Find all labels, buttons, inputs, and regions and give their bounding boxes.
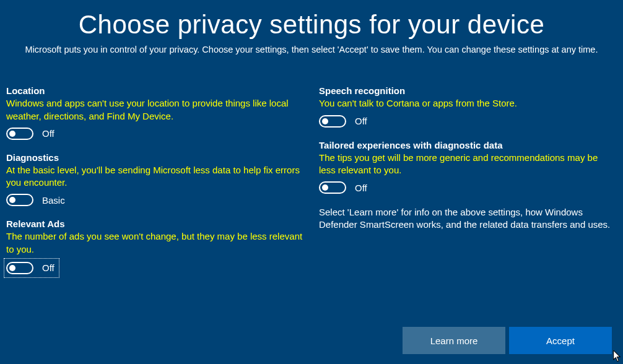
setting-desc-location: Windows and apps can't use your location… xyxy=(6,97,304,123)
toggle-row-diagnostics: Basic xyxy=(6,194,304,206)
cursor-icon xyxy=(613,350,622,363)
setting-desc-tailored: The tips you get will be more generic an… xyxy=(319,152,617,177)
toggle-knob xyxy=(9,197,15,203)
settings-column-left: Location Windows and apps can't use your… xyxy=(6,85,304,289)
toggle-knob xyxy=(322,184,328,191)
page-title: Choose privacy settings for your device xyxy=(0,0,623,40)
toggle-diagnostics[interactable] xyxy=(6,194,33,206)
toggle-knob xyxy=(9,131,15,137)
setting-title-location: Location xyxy=(6,85,304,96)
toggle-label-tailored: Off xyxy=(355,183,367,193)
setting-desc-diagnostics: At the basic level, you'll be sending Mi… xyxy=(6,164,304,189)
setting-title-relevant-ads: Relevant Ads xyxy=(6,219,304,229)
page-subtitle: Microsoft puts you in control of your pr… xyxy=(0,43,623,56)
toggle-row-tailored: Off xyxy=(319,181,617,194)
setting-title-diagnostics: Diagnostics xyxy=(6,152,304,163)
toggle-knob xyxy=(322,118,328,124)
accept-button[interactable]: Accept xyxy=(509,327,612,354)
toggle-location[interactable] xyxy=(6,128,33,140)
setting-relevant-ads: Relevant Ads The number of ads you see w… xyxy=(6,219,304,277)
toggle-label-diagnostics: Basic xyxy=(42,195,65,206)
toggle-knob xyxy=(9,265,15,271)
settings-grid: Location Windows and apps can't use your… xyxy=(0,56,623,289)
toggle-speech[interactable] xyxy=(319,115,346,128)
toggle-row-relevant-ads: Off xyxy=(6,261,57,275)
settings-column-right: Speech recognition You can't talk to Cor… xyxy=(319,85,617,289)
toggle-row-location: Off xyxy=(6,128,304,140)
button-bar: Learn more Accept xyxy=(403,327,612,354)
toggle-row-speech: Off xyxy=(319,115,617,128)
learn-more-button[interactable]: Learn more xyxy=(403,327,505,354)
toggle-label-relevant-ads: Off xyxy=(42,262,54,273)
setting-location: Location Windows and apps can't use your… xyxy=(6,85,304,140)
setting-diagnostics: Diagnostics At the basic level, you'll b… xyxy=(6,152,304,207)
setting-tailored: Tailored experiences with diagnostic dat… xyxy=(319,140,617,194)
setting-desc-relevant-ads: The number of ads you see won't change, … xyxy=(6,230,304,256)
info-text: Select 'Learn more' for info on the abov… xyxy=(319,206,617,232)
toggle-label-speech: Off xyxy=(355,116,367,126)
setting-speech: Speech recognition You can't talk to Cor… xyxy=(319,85,617,127)
setting-desc-speech: You can't talk to Cortana or apps from t… xyxy=(319,97,617,110)
setting-title-speech: Speech recognition xyxy=(319,85,617,96)
toggle-relevant-ads[interactable] xyxy=(6,262,33,274)
toggle-label-location: Off xyxy=(42,128,54,139)
setting-title-tailored: Tailored experiences with diagnostic dat… xyxy=(319,140,617,150)
toggle-tailored[interactable] xyxy=(319,181,346,194)
